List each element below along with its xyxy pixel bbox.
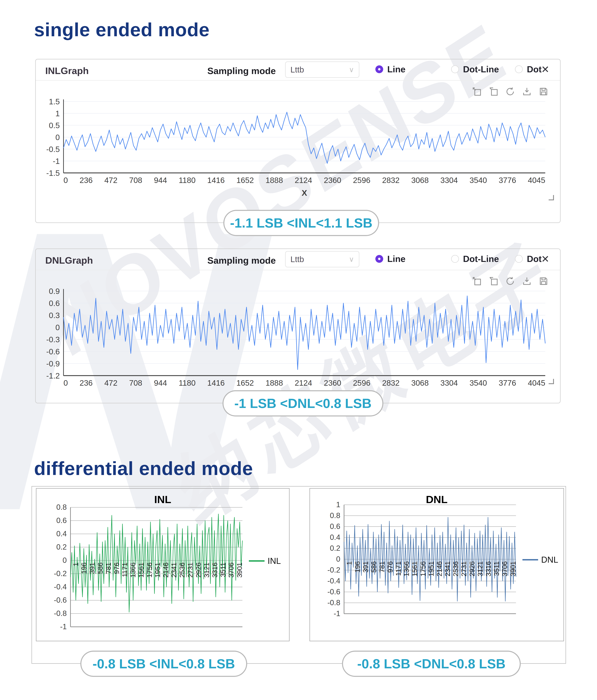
panel-title: DNLGraph xyxy=(45,255,93,266)
x-axis-tick: 3540 xyxy=(470,378,487,388)
dnl-limit-caption: -1 LSB <DNL<0.8 LSB xyxy=(223,390,383,417)
x-axis-tick: 236 xyxy=(79,176,93,185)
x-axis-tick: 976 xyxy=(387,561,394,573)
radio-unselected-icon xyxy=(515,65,523,73)
panel-title: INLGraph xyxy=(45,65,89,76)
x-axis-tick: 2341 xyxy=(170,562,178,578)
download-icon[interactable] xyxy=(522,276,532,286)
y-axis-tick: -0.6 xyxy=(40,347,60,356)
x-axis-ticks: 0236472708944118014161652188821242360259… xyxy=(64,176,545,185)
y-axis-tick: -0.3 xyxy=(40,335,60,344)
radio-line[interactable]: Line xyxy=(375,64,405,74)
inl-plot-area[interactable]: 1.510.50-0.5-1-1.50236472708944118014161… xyxy=(40,101,552,197)
close-icon[interactable]: ✕ xyxy=(539,64,551,75)
zoom-in-icon[interactable] xyxy=(472,86,482,97)
sampling-mode-select[interactable]: Lttb ∨ xyxy=(285,61,359,78)
zoom-reset-icon[interactable] xyxy=(489,86,498,97)
y-axis-tick: 0.2 xyxy=(45,543,67,551)
inl-limit-caption: -1.1 LSB <INL<1.1 LSB xyxy=(223,210,379,236)
zoom-in-icon[interactable] xyxy=(472,276,482,286)
x-axis-tick: 976 xyxy=(113,562,121,574)
x-axis-tick: 0 xyxy=(64,378,68,388)
x-axis-tick: 3121 xyxy=(476,561,484,576)
y-axis-tick: -0.6 xyxy=(319,588,340,596)
save-icon[interactable] xyxy=(539,86,548,97)
dnl-diff-plot-area: 10.80.60.40.20-0.2-0.4-0.6-0.8-111963915… xyxy=(319,505,560,634)
y-axis-tick: 0.6 xyxy=(40,299,60,308)
sampling-mode-select[interactable]: Lttb ∨ xyxy=(285,251,359,267)
x-axis-tick: 1366 xyxy=(403,561,411,576)
x-axis-tick: 3776 xyxy=(499,176,516,185)
x-axis-tick: 1652 xyxy=(237,378,254,388)
x-axis-tick: 944 xyxy=(154,378,167,388)
y-axis-tick: 1.5 xyxy=(40,97,60,106)
dnl-plot-area[interactable]: 0.90.60.30-0.3-0.6-0.9-1.202364727089441… xyxy=(40,291,552,400)
y-axis-tick: 0 xyxy=(45,556,67,565)
x-axis-tick: 1652 xyxy=(237,176,254,185)
chart-title: INL xyxy=(36,493,289,505)
x-axis-tick: 2341 xyxy=(444,561,451,576)
legend: DNL xyxy=(522,555,558,565)
radio-selected-icon xyxy=(375,65,383,73)
y-axis-tick: 0.6 xyxy=(45,516,67,525)
x-axis-tick: 2832 xyxy=(382,378,400,388)
radio-dot-line[interactable]: Dot-Line xyxy=(451,64,499,74)
x-axis-tick: 391 xyxy=(362,561,370,573)
inl-diff-limit-caption: -0.8 LSB <INL<0.8 LSB xyxy=(80,651,247,677)
x-axis-tick: 3316 xyxy=(484,561,492,576)
radio-unselected-icon xyxy=(451,255,459,263)
x-axis-tick: 2360 xyxy=(324,176,341,185)
x-axis-tick: 2926 xyxy=(468,561,476,576)
radio-dot[interactable]: Dot xyxy=(515,254,542,264)
refresh-icon[interactable] xyxy=(505,86,515,97)
y-axis-tick: 0.4 xyxy=(45,529,67,538)
inl-graph-panel: INLGraph Sampling mode Lttb ∨ Line Dot-L… xyxy=(35,59,561,223)
radio-dot[interactable]: Dot xyxy=(515,64,542,74)
x-axis-tick: 3706 xyxy=(227,562,235,578)
x-axis-tick: 1171 xyxy=(395,561,402,576)
radio-line[interactable]: Line xyxy=(375,254,405,264)
y-axis-tick: 0.2 xyxy=(319,544,340,552)
resize-handle-icon[interactable] xyxy=(549,195,554,200)
excel-chart-dnl: DNL 10.80.60.40.20-0.2-0.4-0.6-0.8-11196… xyxy=(309,488,564,641)
x-axis-tick: 2536 xyxy=(452,561,459,576)
refresh-icon[interactable] xyxy=(505,276,515,286)
x-axis-tick: 1951 xyxy=(154,562,161,578)
x-axis-tick: 0 xyxy=(64,176,68,185)
DNL single-ended-svg xyxy=(64,291,545,376)
dnl-diff-limit-caption: -0.8 LSB <DNL<0.8 LSB xyxy=(342,651,521,677)
x-axis-tick: 1416 xyxy=(207,176,225,185)
save-icon[interactable] xyxy=(539,276,548,286)
radio-dot-line[interactable]: Dot-Line xyxy=(451,254,499,264)
x-axis-tick: 3068 xyxy=(411,176,429,185)
x-axis-tick: 781 xyxy=(378,561,386,573)
DNL differential-svg xyxy=(344,505,516,614)
close-icon[interactable]: ✕ xyxy=(539,253,551,265)
x-axis-tick: 1366 xyxy=(129,562,137,578)
y-axis-tick: -0.5 xyxy=(40,145,60,154)
x-axis-tick: 1888 xyxy=(266,378,283,388)
sampling-mode-value: Lttb xyxy=(291,65,349,74)
chevron-down-icon: ∨ xyxy=(349,66,354,74)
download-icon[interactable] xyxy=(522,86,532,97)
y-axis-tick: 1 xyxy=(319,500,340,509)
x-axis-tick: 708 xyxy=(129,176,142,185)
sampling-mode-label: Sampling mode xyxy=(207,255,276,266)
y-axis-tick: -1.2 xyxy=(40,371,60,380)
x-axis-tick: 1171 xyxy=(121,562,129,577)
x-axis-tick: 472 xyxy=(104,176,118,185)
x-axis-tick: 2832 xyxy=(382,176,400,185)
y-axis-tick: -0.8 xyxy=(45,609,67,618)
x-axis-tick: 1756 xyxy=(419,561,427,576)
resize-handle-icon[interactable] xyxy=(549,379,554,384)
legend-label: DNL xyxy=(541,555,558,565)
x-axis-tick: 3901 xyxy=(509,561,517,576)
x-axis-tick: 3068 xyxy=(411,378,429,388)
x-axis-tick: 3304 xyxy=(440,378,458,388)
y-axis-tick: -1 xyxy=(40,156,60,166)
radio-unselected-icon xyxy=(515,255,523,263)
y-axis-tick: 0.3 xyxy=(40,311,60,320)
x-axis-tick: 2731 xyxy=(186,562,194,578)
zoom-reset-icon[interactable] xyxy=(489,276,498,286)
x-axis-tick: 3706 xyxy=(501,561,509,576)
